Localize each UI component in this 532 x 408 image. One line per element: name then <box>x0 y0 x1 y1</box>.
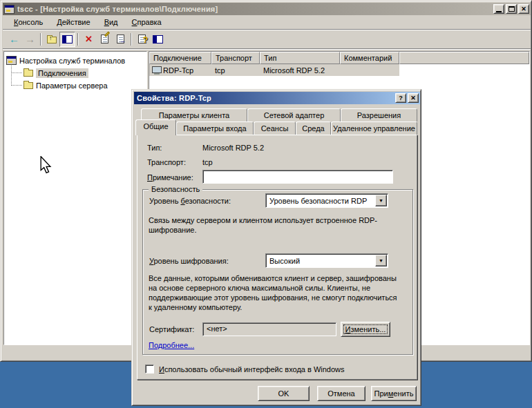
main-titlebar[interactable]: tscc - [Настройка служб терминалов\Подкл… <box>3 3 531 15</box>
console-tree-pane: Настройка служб терминалов Подключения П… <box>3 51 147 345</box>
column-header-transport[interactable]: Транспорт <box>211 52 260 64</box>
maximize-icon <box>509 6 515 12</box>
minimize-icon <box>496 11 502 12</box>
apply-button[interactable]: Применить <box>371 386 417 401</box>
security-group: Безопасность Уровень безопасности: Урове… <box>142 189 413 355</box>
tab-remote-control[interactable]: Удаленное управление <box>331 122 417 135</box>
encryption-description: Все данные, которыми обмениваются клиент… <box>149 273 399 312</box>
transport-label: Транспорт: <box>147 158 186 166</box>
list-row-rdp-tcp[interactable]: RDP-Tcp tcp Microsoft RDP 5.2 <box>149 64 399 76</box>
security-level-description: Связь между сервером и клиентом использу… <box>149 215 403 235</box>
window-title: tscc - [Настройка служб терминалов\Подкл… <box>17 5 218 13</box>
type-label: Тип: <box>147 144 162 152</box>
menu-spravka[interactable]: Справка <box>125 16 169 28</box>
cell-connection: RDP-Tcp <box>163 66 193 75</box>
folder-icon <box>23 82 33 89</box>
properties-dialog: Свойства: RDP-Tcp ? ✕ Параметры клиента … <box>131 89 421 406</box>
mouse-cursor <box>39 156 52 175</box>
tree-root[interactable]: Настройка служб терминалов <box>6 55 125 66</box>
tree-item-server-settings[interactable]: Параметры сервера <box>23 79 108 91</box>
minimize-button[interactable] <box>493 4 504 14</box>
show-panel-button[interactable]: ▶ <box>150 32 166 47</box>
type-value: Microsoft RDP 5.2 <box>202 144 264 152</box>
open-folder-icon <box>23 70 33 77</box>
delete-icon: ✕ <box>85 34 93 44</box>
tab-permissions[interactable]: Разрешения <box>341 108 417 122</box>
dialog-close-button[interactable]: ✕ <box>408 93 419 103</box>
toolbar-separator <box>131 33 132 46</box>
chevron-down-icon: ▼ <box>379 258 383 263</box>
standard-logon-checkbox[interactable] <box>145 365 154 373</box>
forward-button[interactable]: → <box>22 32 38 47</box>
tab-sessions[interactable]: Сеансы <box>254 122 296 135</box>
tab-general[interactable]: Общие <box>135 119 176 135</box>
tree-root-label: Настройка служб терминалов <box>19 57 125 65</box>
comment-label: Примечание: <box>147 173 193 182</box>
up-folder-button[interactable]: ↑ <box>44 32 59 47</box>
properties-button[interactable] <box>97 32 113 47</box>
export-list-icon: → <box>117 35 124 43</box>
change-certificate-button[interactable]: Изменить... <box>341 322 390 337</box>
transport-value: tcp <box>202 158 213 166</box>
general-tab-panel: Тип: Microsoft RDP 5.2 Транспорт: tcp Пр… <box>137 135 417 380</box>
security-level-label: Уровень безопасности: <box>149 197 231 205</box>
chevron-down-icon: ▼ <box>379 198 383 203</box>
column-header-connection[interactable]: Подключение <box>149 52 211 64</box>
tab-environment[interactable]: Среда <box>296 122 331 135</box>
close-icon: ✕ <box>410 95 416 101</box>
tree-panel-icon <box>62 35 73 43</box>
cell-type: Microsoft RDP 5.2 <box>260 64 340 76</box>
list-header: Подключение Транспорт Тип Комментарий <box>149 52 529 64</box>
tree-item-label: Параметры сервера <box>36 81 108 90</box>
help-question-icon: ? <box>399 95 403 101</box>
dialog-title: Свойства: RDP-Tcp <box>137 94 211 102</box>
toolbar-separator <box>40 33 41 46</box>
tab-logon-settings[interactable]: Параметры входа <box>176 122 254 135</box>
dialog-help-button[interactable]: ? <box>395 93 406 103</box>
column-header-comment[interactable]: Комментарий <box>340 52 399 64</box>
help-icon: ? <box>138 35 146 43</box>
more-details-link[interactable]: Подробнее... <box>149 341 194 349</box>
properties-icon <box>101 35 108 43</box>
tab-network-adapter[interactable]: Сетевой адаптер <box>247 108 341 122</box>
tree-item-connections[interactable]: Подключения <box>23 67 88 79</box>
app-icon <box>4 5 15 14</box>
column-header-filler <box>399 52 529 64</box>
column-header-type[interactable]: Тип <box>260 52 340 64</box>
encryption-level-combo[interactable]: Высокий ▼ <box>265 253 388 268</box>
show-tree-toggle[interactable] <box>59 32 75 47</box>
certificate-field: <нет> <box>202 322 336 336</box>
help-button[interactable]: ? <box>134 32 150 47</box>
desktop: tscc - [Настройка служб терминалов\Подкл… <box>0 0 532 408</box>
ok-button[interactable]: OK <box>258 386 310 401</box>
comment-input[interactable] <box>202 170 393 184</box>
rdp-connection-icon <box>151 66 162 75</box>
close-button[interactable]: ✕ <box>518 4 529 14</box>
forward-arrow-icon: → <box>25 34 35 44</box>
standard-logon-checkbox-label[interactable]: Использовать обычный интерфейс входа в W… <box>159 365 345 373</box>
close-icon: ✕ <box>521 6 526 12</box>
dropdown-button[interactable]: ▼ <box>375 255 387 266</box>
security-level-combo[interactable]: Уровень безопасности RDP ▼ <box>265 193 388 208</box>
encryption-level-label: Уровень шифрования: <box>149 257 229 265</box>
menu-vid[interactable]: Вид <box>97 16 125 28</box>
cancel-button[interactable]: Отмена <box>317 386 365 401</box>
export-list-button[interactable]: → <box>113 32 129 47</box>
show-panel-icon: ▶ <box>153 35 163 43</box>
certificate-label: Сертификат: <box>149 325 194 333</box>
toolbar: ← → ↑ ✕ → ? ▶ <box>3 30 531 49</box>
encryption-level-value: Высокий <box>266 257 375 265</box>
security-group-title: Безопасность <box>149 185 202 193</box>
security-level-value: Уровень безопасности RDP <box>266 197 375 205</box>
tree-item-label: Подключения <box>36 68 88 78</box>
console-root-icon <box>6 56 17 65</box>
menu-bar: Консоль Действие Вид Справка <box>3 15 531 30</box>
delete-button[interactable]: ✕ <box>81 32 97 47</box>
dropdown-button[interactable]: ▼ <box>375 195 387 206</box>
back-button[interactable]: ← <box>6 32 22 47</box>
menu-konsol[interactable]: Консоль <box>7 16 50 28</box>
dialog-titlebar[interactable]: Свойства: RDP-Tcp ? ✕ <box>134 92 420 104</box>
toolbar-separator <box>77 33 79 46</box>
maximize-button[interactable] <box>506 4 517 14</box>
menu-deystvie[interactable]: Действие <box>50 16 97 28</box>
